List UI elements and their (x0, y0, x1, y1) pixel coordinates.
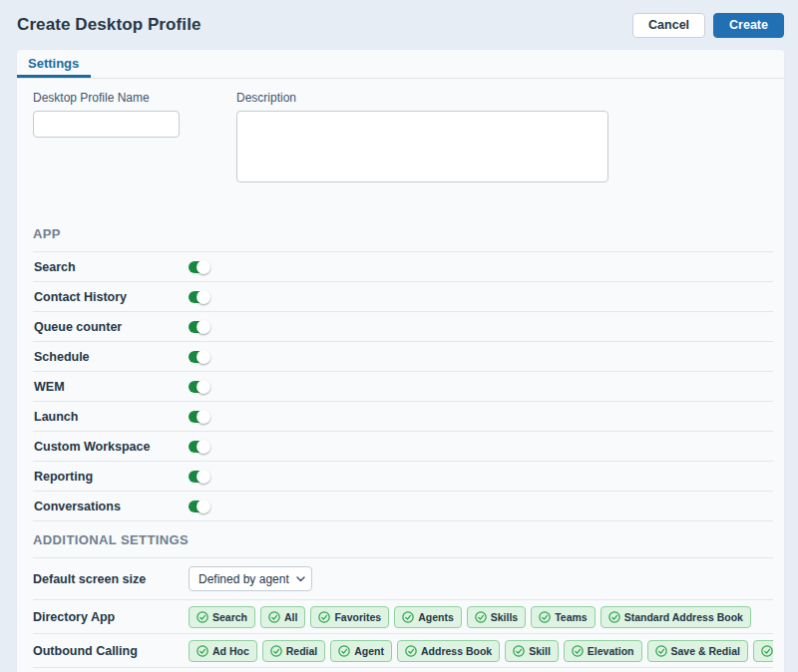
chip-label: Search (212, 611, 247, 623)
chip-label: Agents (418, 611, 454, 623)
chip-label: Standard Address Book (624, 611, 743, 623)
toggle-switch[interactable] (189, 261, 209, 273)
chip-label: Address Book (421, 645, 492, 657)
outbound-calling-chips: Ad Hoc Redial Agent Address Book (189, 640, 773, 662)
option-chip[interactable]: All (260, 606, 305, 628)
option-chip[interactable]: Redial (262, 640, 326, 662)
toggle-switch[interactable] (189, 351, 209, 363)
check-circle-icon (270, 645, 282, 657)
toggle-switch[interactable] (189, 381, 209, 393)
name-field-group: Desktop Profile Name (33, 91, 180, 186)
toggle-row: Conversations (33, 492, 773, 521)
toggle-row: WEM (33, 372, 773, 402)
check-circle-icon (608, 611, 620, 623)
chip-label: Save & Redial (671, 645, 740, 657)
check-circle-icon (197, 611, 208, 623)
chip-label: Skill (529, 645, 551, 657)
option-chip[interactable]: Favorites (310, 606, 389, 628)
toggle-row-label: Conversations (34, 500, 189, 513)
default-screen-size-row: Default screen size Defined by agent (33, 558, 773, 600)
chip-label: All (284, 611, 297, 623)
toggle-knob (197, 320, 210, 334)
app-section-heading: APP (33, 226, 773, 252)
profile-form-row: Desktop Profile Name Description (33, 91, 773, 186)
option-chip[interactable]: Agents (394, 606, 462, 628)
option-chip[interactable]: Address Book (397, 640, 500, 662)
toggle-row: Launch (33, 402, 773, 432)
profile-card: Settings Desktop Profile Name Descriptio… (17, 50, 784, 672)
toggle-row: Contact History (33, 282, 773, 312)
name-field-label: Desktop Profile Name (33, 91, 180, 105)
option-chip[interactable]: Save & Redial (647, 640, 748, 662)
chip-label: Redial (286, 645, 318, 657)
chip-label: Teams (555, 611, 588, 623)
check-circle-icon (761, 645, 773, 657)
toggle-row: Queue counter (33, 312, 773, 342)
additional-settings-heading: ADDITIONAL SETTINGS (33, 532, 773, 558)
check-circle-icon (338, 645, 350, 657)
toggle-switch[interactable] (189, 471, 209, 483)
directory-app-label: Directory App (33, 610, 189, 624)
tab-settings[interactable]: Settings (17, 50, 91, 78)
check-circle-icon (405, 645, 417, 657)
option-chip[interactable]: Skills (467, 606, 526, 628)
default-screen-size-select-wrap: Defined by agent (189, 566, 312, 591)
option-chip[interactable]: Skill (505, 640, 559, 662)
chip-label: Favorites (334, 611, 381, 623)
check-circle-icon (268, 611, 280, 623)
toggle-knob (197, 470, 210, 484)
toggle-row-label: Queue counter (34, 320, 189, 334)
toggle-knob (197, 440, 210, 454)
option-chip[interactable]: Ad Hoc (189, 640, 257, 662)
toggle-row-label: Schedule (34, 350, 189, 364)
toggle-row: Custom Workspace (33, 432, 773, 462)
toggle-row-label: Contact History (34, 290, 189, 304)
toggle-knob (197, 380, 210, 394)
option-chip[interactable]: Standard Address Book (600, 606, 751, 628)
toggle-row: Reporting (33, 462, 773, 492)
toggle-knob (197, 260, 210, 274)
page-title: Create Desktop Profile (17, 15, 201, 35)
check-circle-icon (197, 645, 208, 657)
toggle-knob (197, 350, 210, 364)
desktop-profile-name-input[interactable] (33, 111, 180, 138)
description-textarea[interactable] (236, 111, 608, 182)
toggle-knob (197, 290, 210, 304)
check-circle-icon (318, 611, 330, 623)
create-button[interactable]: Create (713, 13, 784, 38)
option-chip[interactable]: Search (189, 606, 255, 628)
outbound-calling-row: Outbound Calling Ad Hoc Redial Agent (33, 634, 773, 668)
option-chip[interactable]: Teams (531, 606, 596, 628)
cancel-button[interactable]: Cancel (632, 13, 705, 38)
check-circle-icon (539, 611, 551, 623)
check-circle-icon (572, 645, 584, 657)
chip-label: Elevation (588, 645, 634, 657)
toggle-row-label: Reporting (34, 470, 189, 484)
toggle-switch[interactable] (189, 321, 209, 333)
default-screen-size-select[interactable]: Defined by agent (189, 566, 312, 591)
toggle-row: Schedule (33, 342, 773, 372)
chip-label: Ad Hoc (212, 645, 249, 657)
check-circle-icon (402, 611, 414, 623)
toggle-row-label: Custom Workspace (34, 440, 189, 454)
toggle-knob (197, 410, 210, 424)
check-circle-icon (513, 645, 525, 657)
check-circle-icon (475, 611, 487, 623)
directory-app-row: Directory App Search All Favorites (33, 600, 773, 634)
toggle-row-label: WEM (34, 380, 189, 394)
toggle-switch[interactable] (189, 441, 209, 453)
option-chip[interactable]: Agent (330, 640, 392, 662)
app-toggle-rows: Search Contact History Queue counter Sch… (33, 252, 773, 521)
card-content: Desktop Profile Name Description APP Sea… (17, 91, 784, 668)
toggle-switch[interactable] (189, 501, 209, 512)
tab-bar: Settings (17, 50, 784, 79)
chip-label: Skills (491, 611, 518, 623)
toggle-switch[interactable] (189, 411, 209, 423)
description-field-group: Description (236, 91, 608, 186)
directory-app-chips: Search All Favorites Agents (189, 606, 751, 628)
description-field-label: Description (236, 91, 608, 105)
toggle-switch[interactable] (189, 291, 209, 303)
header-actions: Cancel Create (632, 13, 784, 38)
option-chip[interactable]: Elevation (564, 640, 642, 662)
option-chip[interactable]: Transfer (753, 640, 773, 662)
